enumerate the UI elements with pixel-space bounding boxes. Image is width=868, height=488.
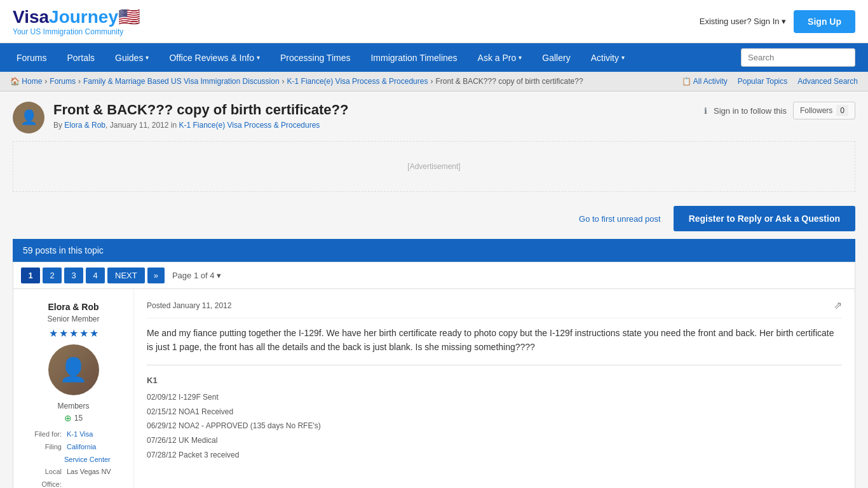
rep-icon: ⊕ — [64, 413, 72, 423]
signup-button[interactable]: Sign Up — [794, 10, 855, 33]
poster-details: Filed for: K-1 Visa Filing California Se… — [24, 428, 123, 488]
nav-immigration-timelines[interactable]: Immigration Timelines — [360, 43, 467, 72]
filing-label: Filing — [24, 441, 62, 454]
service-value: Service Center — [64, 454, 111, 466]
first-unread-button[interactable]: Go to first unread post — [579, 214, 661, 224]
sig-row-2: 02/15/12 NOA1 Received — [147, 405, 842, 419]
topic-container: 👤 Front & BACK??? copy of birth certific… — [0, 92, 868, 488]
topic-date: January 11, 2012 — [110, 121, 169, 130]
post-content: Posted January 11, 2012 ⇗ Me and my fian… — [134, 289, 855, 488]
nav-office-reviews[interactable]: Office Reviews & Info ▾ — [159, 43, 270, 72]
popular-topics-link[interactable]: Popular Topics — [738, 77, 788, 86]
sig-row-1: 02/09/12 I-129F Sent — [147, 390, 842, 405]
nav-gallery[interactable]: Gallery — [532, 43, 580, 72]
breadcrumb-sep-1: › — [44, 77, 47, 86]
breadcrumb-sep-2: › — [78, 77, 81, 86]
post-text: Me and my fiance putting together the I-… — [147, 326, 842, 355]
filed-for-row: Filed for: K-1 Visa — [24, 428, 123, 441]
post-share-button[interactable]: ⇗ — [834, 299, 842, 311]
service-link[interactable]: Service Center — [64, 456, 111, 463]
followers-count: 0 — [836, 105, 848, 116]
post-signature: K1 02/09/12 I-129F Sent 02/15/12 NOA1 Re… — [147, 376, 842, 463]
last-page-button[interactable]: » — [147, 268, 165, 283]
star-5: ★ — [90, 327, 98, 339]
followers-badge: Followers 0 — [793, 102, 855, 119]
breadcrumb: 🏠 Home › Forums › Family & Marriage Base… — [10, 77, 583, 86]
page-4-button[interactable]: 4 — [86, 268, 105, 283]
topic-author-avatar: 👤 — [13, 102, 44, 133]
breadcrumb-k1[interactable]: K-1 Fiance(e) Visa Process & Procedures — [287, 77, 428, 86]
page-1-button[interactable]: 1 — [21, 268, 40, 283]
breadcrumb-actions: 📋 All Activity Popular Topics Advanced S… — [682, 77, 858, 86]
breadcrumb-family[interactable]: Family & Marriage Based US Visa Immigrat… — [83, 77, 280, 86]
breadcrumb-home[interactable]: 🏠 Home — [10, 77, 42, 86]
posts-count-text: 59 posts in this topic — [23, 245, 104, 255]
nav-processing-times[interactable]: Processing Times — [270, 43, 360, 72]
existing-user-link[interactable]: Existing user? Sign In ▾ — [700, 17, 786, 26]
nav-portals[interactable]: Portals — [57, 43, 105, 72]
post-header: Posted January 11, 2012 ⇗ — [147, 299, 842, 318]
topic-meta: By Elora & Rob, January 11, 2012 in K-1 … — [53, 121, 695, 130]
post-area: Elora & Rob Senior Member ★ ★ ★ ★ ★ 👤 Me… — [13, 289, 855, 488]
guides-caret: ▾ — [146, 54, 149, 61]
office-caret: ▾ — [257, 54, 260, 61]
local-row: Local Las Vegas NV — [24, 466, 123, 478]
page-2-button[interactable]: 2 — [43, 268, 62, 283]
nav-guides[interactable]: Guides ▾ — [105, 43, 159, 72]
nav-search-area — [735, 43, 862, 72]
sig-row-5: 07/28/12 Packet 3 received — [147, 448, 842, 463]
poster-name: Elora & Rob — [24, 302, 123, 312]
page-info[interactable]: Page 1 of 4 ▾ — [172, 271, 222, 280]
poster-rep: ⊕ 15 — [24, 413, 123, 423]
office-label: Office: — [24, 478, 62, 488]
breadcrumb-sep-3: › — [282, 77, 285, 86]
filed-for-link[interactable]: K-1 Visa — [67, 430, 93, 438]
breadcrumb-current: Front & BACK??? copy of birth certificat… — [435, 77, 583, 86]
post-sidebar: Elora & Rob Senior Member ★ ★ ★ ★ ★ 👤 Me… — [13, 289, 134, 488]
ask-caret: ▾ — [519, 54, 522, 61]
header-right: Existing user? Sign In ▾ Sign Up — [700, 10, 855, 33]
topic-header-area: 👤 Front & BACK??? copy of birth certific… — [13, 102, 855, 133]
ad-placeholder: [Advertisement] — [13, 141, 855, 192]
topic-title: Front & BACK??? copy of birth certificat… — [53, 102, 695, 118]
advanced-search-link[interactable]: Advanced Search — [797, 77, 858, 86]
poster-rank: Senior Member — [24, 315, 123, 323]
logo-text: VisaJourney🇺🇸 — [13, 6, 140, 27]
filed-for-label: Filed for: — [24, 428, 62, 441]
sig-row-4: 07/26/12 UK Medical — [147, 433, 842, 448]
follow-label[interactable]: Sign in to follow this — [714, 106, 787, 116]
nav-ask-a-pro[interactable]: Ask a Pro ▾ — [468, 43, 532, 72]
star-1: ★ — [49, 327, 58, 339]
breadcrumb-forums[interactable]: Forums — [50, 77, 76, 86]
nav-activity[interactable]: Activity ▾ — [581, 43, 635, 72]
breadcrumb-sep-4: › — [430, 77, 433, 86]
logo-tagline: Your US Immigration Community — [13, 27, 140, 36]
breadcrumb-bar: 🏠 Home › Forums › Family & Marriage Base… — [0, 72, 868, 92]
register-reply-button[interactable]: Register to Reply or Ask a Question — [674, 206, 855, 231]
rep-count: 15 — [74, 414, 83, 423]
service-row: Service Center — [24, 454, 123, 466]
next-page-button[interactable]: NEXT — [107, 268, 145, 283]
poster-type: Members — [24, 402, 123, 410]
sig-row-3: 06/29/12 NOA2 - APPROVED (135 days No RF… — [147, 419, 842, 433]
post-divider — [147, 365, 842, 365]
post-inner: Elora & Rob Senior Member ★ ★ ★ ★ ★ 👤 Me… — [13, 289, 855, 488]
page-3-button[interactable]: 3 — [64, 268, 83, 283]
search-input[interactable] — [741, 48, 855, 67]
activity-caret: ▾ — [621, 54, 625, 61]
topic-author-link[interactable]: Elora & Rob — [64, 121, 105, 130]
filing-link[interactable]: California — [67, 443, 96, 451]
star-4: ★ — [79, 327, 88, 339]
topic-category-link[interactable]: K-1 Fiance(e) Visa Process & Procedures — [179, 121, 320, 130]
all-activity-link[interactable]: 📋 All Activity — [682, 77, 728, 86]
nav-forums[interactable]: Forums — [6, 43, 57, 72]
posts-count-bar: 59 posts in this topic — [13, 239, 855, 262]
topic-title-area: Front & BACK??? copy of birth certificat… — [53, 102, 695, 130]
post-date: Posted January 11, 2012 — [147, 301, 231, 310]
filed-for-value: K-1 Visa — [67, 428, 93, 441]
star-2: ★ — [59, 327, 68, 339]
local-label: Local — [24, 466, 62, 478]
office-row: Office: — [24, 478, 123, 488]
top-header: VisaJourney🇺🇸 Your US Immigration Commun… — [0, 0, 868, 43]
info-icon: ℹ — [704, 106, 707, 116]
